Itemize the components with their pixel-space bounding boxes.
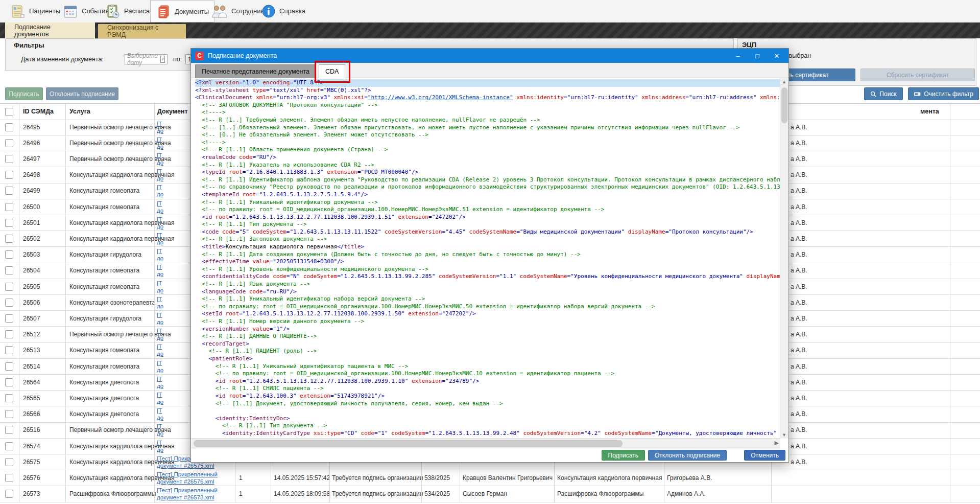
cell-service: Консультация гирудолога bbox=[69, 251, 141, 258]
row-checkbox[interactable] bbox=[5, 362, 13, 371]
vertical-scroll-thumb[interactable] bbox=[781, 87, 787, 123]
row-checkbox[interactable] bbox=[5, 330, 13, 338]
cell-document-link-fragment[interactable]: [Тдо bbox=[157, 247, 163, 262]
date-from-input[interactable]: Выберите дату 7 bbox=[125, 54, 168, 64]
row-checkbox[interactable] bbox=[5, 490, 13, 498]
row-checkbox[interactable] bbox=[5, 123, 13, 131]
row-checkbox[interactable] bbox=[5, 314, 13, 323]
cell-id: 26564 bbox=[23, 379, 40, 386]
toolbar-item-help[interactable]: Справка bbox=[256, 1, 310, 21]
cell-document-link-fragment[interactable]: [Тдо bbox=[157, 359, 163, 374]
row-checkbox[interactable] bbox=[5, 266, 13, 274]
calendar-icon[interactable]: 7 bbox=[160, 56, 165, 63]
column-header-service: Услуга bbox=[69, 108, 90, 115]
cell-qty: 1 bbox=[239, 474, 243, 482]
cell-document-link-fragment[interactable]: [Тдо bbox=[157, 136, 163, 150]
row-checkbox[interactable] bbox=[5, 410, 13, 418]
module-tab-signing[interactable]: Подписание документов bbox=[5, 22, 95, 38]
xml-line: <!----> bbox=[195, 139, 780, 147]
vertical-scrollbar[interactable]: ▲ ▼ bbox=[780, 78, 788, 439]
cell-document-link-fragment[interactable]: [Тдо bbox=[157, 168, 163, 182]
cell-service: Первичный осмотр лечащего врача bbox=[69, 140, 171, 147]
cell-document-link-fragment[interactable]: [Тдо bbox=[157, 200, 163, 214]
toolbar-item-patients[interactable]: Пациенты bbox=[5, 1, 65, 21]
cell-service: Консультация диетолога bbox=[69, 410, 139, 418]
row-checkbox[interactable] bbox=[5, 203, 13, 211]
row-checkbox[interactable] bbox=[5, 283, 13, 291]
module-tab-remd-sync[interactable]: Синхронизация с РЭМД bbox=[98, 24, 186, 38]
sign-button-disabled[interactable]: Подписать bbox=[5, 87, 43, 100]
cell-document-link-fragment[interactable]: [Тдо bbox=[157, 391, 163, 405]
cell-document-link-fragment[interactable]: [Тдо bbox=[157, 343, 163, 357]
dialog-cancel-button[interactable]: Отменить bbox=[744, 450, 785, 461]
table-row[interactable]: 26576Консультация кардиолога первичная[Т… bbox=[0, 470, 980, 486]
scroll-right-icon[interactable]: ▶ bbox=[775, 440, 779, 446]
cell-document-link-fragment[interactable]: [Тдо bbox=[157, 407, 163, 421]
table-row[interactable]: 26573Расшифровка Флюорограммы[Тест] Прик… bbox=[0, 486, 980, 502]
cell-date: 14.05.2025 15:57:42 bbox=[274, 474, 330, 482]
cell-document-link-fragment[interactable]: [Тдо bbox=[157, 375, 163, 390]
decline-sign-button-disabled[interactable]: Отклонить подписание bbox=[46, 87, 118, 100]
xml-line bbox=[195, 407, 780, 415]
select-all-checkbox[interactable] bbox=[5, 108, 13, 116]
cell-author-fragment: а А.В. bbox=[791, 347, 807, 354]
xml-line: <ClinicalDocument xmlns="urn:hl7-org:v3"… bbox=[195, 94, 780, 102]
row-checkbox[interactable] bbox=[5, 378, 13, 386]
dialog-titlebar[interactable]: C Подписание документа – □ ✕ bbox=[191, 49, 788, 63]
cell-document-link-fragment[interactable]: [Тдо bbox=[157, 232, 163, 246]
cell-document-link-fragment[interactable]: [Тдо bbox=[157, 295, 163, 310]
cell-author: Григорьева А.В. bbox=[667, 474, 712, 482]
row-checkbox[interactable] bbox=[5, 346, 13, 354]
row-checkbox[interactable] bbox=[5, 426, 13, 434]
xml-line: <!-- R [1..1] Номер версии данного докум… bbox=[195, 318, 780, 326]
row-checkbox[interactable] bbox=[5, 171, 13, 179]
cell-author-fragment: а А.В. bbox=[791, 140, 807, 147]
xml-line: <!-- R [1..1] ДАННЫЕ О ПАЦИЕНТЕ--> bbox=[195, 333, 780, 340]
cell-author-fragment: а А.В. bbox=[791, 363, 807, 370]
cell-document-link-fragment[interactable]: [Тдо bbox=[157, 327, 163, 341]
cell-document-link-fragment[interactable]: [Тдо bbox=[157, 423, 163, 437]
dialog-sign-button[interactable]: Подписать bbox=[602, 450, 645, 461]
horizontal-scroll-thumb[interactable] bbox=[194, 440, 623, 447]
xml-line: <recordTarget> bbox=[195, 340, 780, 348]
cell-document-link[interactable]: [Тест] Прикрепленныйдокумент #26573.xml bbox=[157, 487, 218, 501]
maximize-icon[interactable]: □ bbox=[750, 52, 765, 60]
scroll-up-icon[interactable]: ▲ bbox=[780, 79, 788, 84]
row-checkbox[interactable] bbox=[5, 219, 13, 227]
row-checkbox[interactable] bbox=[5, 187, 13, 195]
cell-id: 26502 bbox=[23, 235, 40, 242]
row-checkbox[interactable] bbox=[5, 394, 13, 402]
cell-status: Требуется подпись организации bbox=[332, 474, 423, 482]
dialog-decline-button[interactable]: Отклонить подписание bbox=[648, 450, 727, 461]
cell-document-link[interactable]: [Тест] Прикрепленныйдокумент #26576.xml bbox=[157, 471, 218, 485]
minimize-icon[interactable]: – bbox=[730, 52, 746, 60]
row-checkbox[interactable] bbox=[5, 458, 13, 466]
row-checkbox[interactable] bbox=[5, 299, 13, 307]
cell-document-link-fragment[interactable]: [Тдо bbox=[157, 280, 163, 294]
scroll-down-icon[interactable]: ▼ bbox=[780, 432, 788, 438]
column-header-id: ID СЭМДа bbox=[23, 108, 54, 115]
row-checkbox[interactable] bbox=[5, 155, 13, 163]
cell-document-link-fragment[interactable]: [Тдо bbox=[157, 263, 163, 278]
cell-document-link-fragment[interactable]: [Тдо bbox=[157, 216, 163, 230]
cda-xml-view[interactable]: <?xml version="1.0" encoding="UTF-8"?><?… bbox=[192, 78, 780, 439]
reset-certificate-button[interactable]: Сбросить сертификат bbox=[861, 68, 975, 81]
cell-document-link-fragment[interactable]: [Тдо bbox=[157, 439, 163, 453]
cell-document-link-fragment[interactable]: [Тдо bbox=[157, 184, 163, 198]
horizontal-scrollbar[interactable]: ▶ bbox=[192, 438, 780, 448]
close-icon[interactable]: ✕ bbox=[769, 52, 784, 60]
cell-id: 26503 bbox=[23, 251, 40, 258]
row-checkbox[interactable] bbox=[5, 442, 13, 450]
search-button[interactable]: Поиск bbox=[864, 87, 903, 100]
row-checkbox[interactable] bbox=[5, 250, 13, 259]
tab-print-view[interactable]: Печатное представление документа bbox=[195, 64, 316, 78]
row-checkbox[interactable] bbox=[5, 474, 13, 482]
tab-cda[interactable]: CDA bbox=[319, 64, 345, 78]
toolbar-item-documents[interactable]: Документы bbox=[150, 1, 214, 22]
cell-document-link-fragment[interactable]: [Тдо bbox=[157, 152, 163, 166]
row-checkbox[interactable] bbox=[5, 235, 13, 243]
cell-document-link-fragment[interactable]: [Тдо bbox=[157, 120, 163, 134]
row-checkbox[interactable] bbox=[5, 139, 13, 147]
clear-filter-button[interactable]: Очистить фильтр bbox=[908, 87, 979, 100]
cell-document-link-fragment[interactable]: [Тдо bbox=[157, 311, 163, 326]
